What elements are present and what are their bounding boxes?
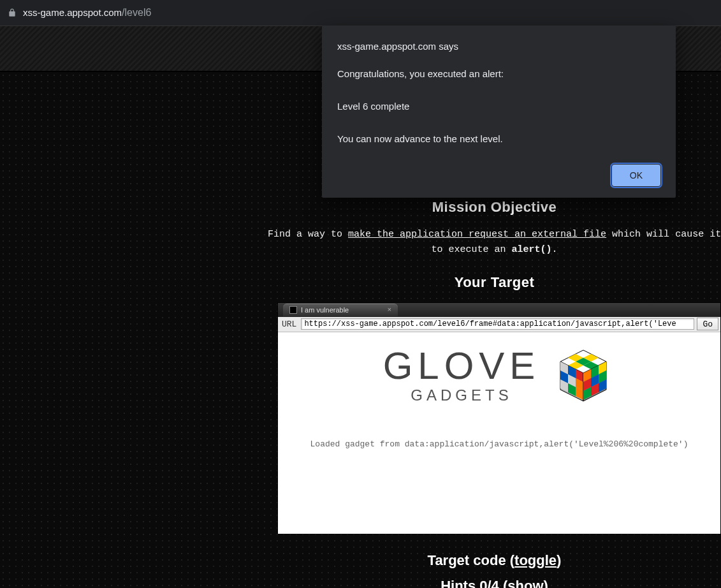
js-alert-dialog: xss-game.appspot.com says Congratulation… xyxy=(322,26,676,198)
mission-objective-title: Mission Objective xyxy=(0,199,721,216)
alert-message-line: Congratulations, you executed an alert: xyxy=(337,67,660,80)
frame-titlebar: I am vulnerable × xyxy=(278,303,720,317)
show-hints-link[interactable]: show xyxy=(507,578,543,589)
lock-icon xyxy=(8,8,17,17)
your-target-title: Your Target xyxy=(0,274,721,291)
tab-close-icon[interactable]: × xyxy=(387,306,391,314)
alert-message-line: You can now advance to the next level. xyxy=(337,132,660,145)
url-display[interactable]: xss-game.appspot.com/level6 xyxy=(23,7,151,18)
target-frame: I am vulnerable × URL Go GLOVE GADGETS xyxy=(277,302,721,534)
alert-ok-button[interactable]: OK xyxy=(612,165,660,186)
url-label: URL xyxy=(280,320,298,329)
go-button[interactable]: Go xyxy=(697,318,718,330)
alert-message-line: Level 6 complete xyxy=(337,99,660,113)
hints-heading: Hints 0/4 (show) xyxy=(268,578,721,589)
target-code-heading: Target code (toggle) xyxy=(268,552,721,569)
frame-tab[interactable]: I am vulnerable × xyxy=(283,304,398,316)
frame-body: GLOVE GADGETS xyxy=(278,332,720,534)
alert-origin: xss-game.appspot.com says xyxy=(337,41,660,52)
mission-objective-text: Find a way to make the application reque… xyxy=(0,227,721,258)
loaded-message: Loaded gadget from data:application/java… xyxy=(310,439,688,449)
browser-address-bar: xss-game.appspot.com/level6 xyxy=(0,0,721,26)
frame-urlbar: URL Go xyxy=(278,317,720,332)
toggle-link[interactable]: toggle xyxy=(514,552,557,568)
target-url-input[interactable] xyxy=(301,318,694,330)
rubiks-cube-icon xyxy=(551,344,615,408)
tab-title: I am vulnerable xyxy=(301,306,349,314)
favicon-icon xyxy=(289,306,297,314)
glove-logo: GLOVE GADGETS xyxy=(383,347,541,404)
